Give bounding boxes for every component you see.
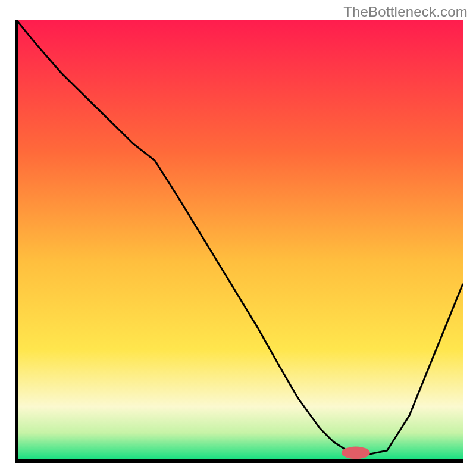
watermark-text: TheBottleneck.com bbox=[343, 4, 468, 20]
optimal-marker bbox=[342, 447, 370, 459]
gradient-background bbox=[17, 20, 463, 459]
bottleneck-chart bbox=[13, 20, 463, 463]
chart-svg bbox=[13, 20, 463, 463]
